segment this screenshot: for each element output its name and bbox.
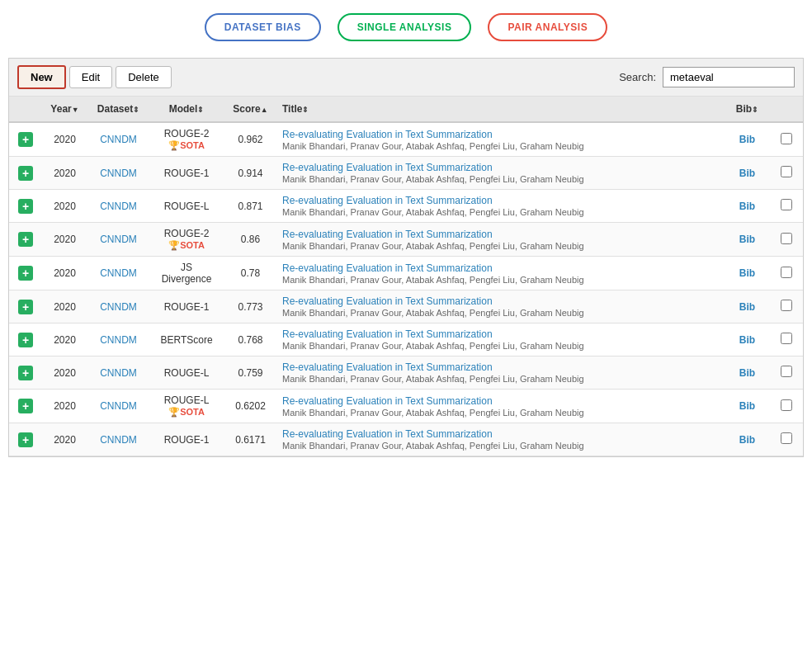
bib-link[interactable]: Bib bbox=[739, 434, 755, 446]
cell-checkbox[interactable] bbox=[770, 257, 803, 290]
title-link[interactable]: Re-evaluating Evaluation in Text Summari… bbox=[282, 195, 493, 206]
cell-checkbox[interactable] bbox=[770, 423, 803, 456]
cell-checkbox[interactable] bbox=[770, 157, 803, 190]
col-header-model[interactable]: Model ⇕ bbox=[149, 97, 224, 122]
cell-bib[interactable]: Bib bbox=[725, 223, 770, 257]
cell-checkbox[interactable] bbox=[770, 190, 803, 223]
add-row-button[interactable]: + bbox=[18, 366, 33, 380]
row-checkbox[interactable] bbox=[781, 399, 792, 411]
cell-bib[interactable]: Bib bbox=[725, 122, 770, 157]
bib-link[interactable]: Bib bbox=[739, 168, 755, 179]
title-link[interactable]: Re-evaluating Evaluation in Text Summari… bbox=[282, 162, 493, 173]
bib-link[interactable]: Bib bbox=[739, 134, 755, 145]
edit-button[interactable]: Edit bbox=[69, 66, 112, 88]
title-link[interactable]: Re-evaluating Evaluation in Text Summari… bbox=[282, 395, 493, 407]
cell-bib[interactable]: Bib bbox=[725, 324, 770, 357]
cell-title[interactable]: Re-evaluating Evaluation in Text Summari… bbox=[277, 157, 725, 190]
nav-btn-single-analysis[interactable]: SINGLE ANALYSIS bbox=[338, 13, 472, 41]
row-checkbox[interactable] bbox=[781, 300, 792, 311]
cell-dataset[interactable]: CNNDM bbox=[87, 122, 149, 157]
add-row-button[interactable]: + bbox=[18, 199, 33, 214]
row-checkbox[interactable] bbox=[781, 133, 792, 144]
cell-bib[interactable]: Bib bbox=[725, 157, 770, 190]
add-row-button[interactable]: + bbox=[18, 399, 33, 413]
col-header-year[interactable]: Year ▼ bbox=[42, 97, 87, 122]
title-link[interactable]: Re-evaluating Evaluation in Text Summari… bbox=[282, 129, 493, 140]
bib-link[interactable]: Bib bbox=[739, 201, 755, 212]
row-checkbox[interactable] bbox=[781, 199, 792, 210]
title-link[interactable]: Re-evaluating Evaluation in Text Summari… bbox=[282, 328, 493, 340]
main-container: New Edit Delete Search: Year ▼Dataset ⇕M… bbox=[8, 58, 804, 457]
row-checkbox[interactable] bbox=[781, 166, 792, 177]
bib-link[interactable]: Bib bbox=[739, 400, 755, 412]
cell-bib[interactable]: Bib bbox=[725, 390, 770, 423]
cell-dataset[interactable]: CNNDM bbox=[87, 190, 149, 223]
new-button[interactable]: New bbox=[17, 65, 66, 89]
bib-link[interactable]: Bib bbox=[739, 234, 755, 245]
col-header-score[interactable]: Score ▲ bbox=[224, 97, 277, 122]
cell-dataset[interactable]: CNNDM bbox=[87, 223, 149, 257]
cell-dataset[interactable]: CNNDM bbox=[87, 324, 149, 357]
cell-title[interactable]: Re-evaluating Evaluation in Text Summari… bbox=[277, 390, 725, 423]
cell-bib[interactable]: Bib bbox=[725, 190, 770, 223]
cell-checkbox[interactable] bbox=[770, 324, 803, 357]
cell-dataset[interactable]: CNNDM bbox=[87, 257, 149, 290]
add-row-button[interactable]: + bbox=[18, 132, 33, 147]
row-checkbox[interactable] bbox=[781, 432, 792, 444]
bib-link[interactable]: Bib bbox=[739, 334, 755, 346]
cell-title[interactable]: Re-evaluating Evaluation in Text Summari… bbox=[277, 357, 725, 390]
cell-title[interactable]: Re-evaluating Evaluation in Text Summari… bbox=[277, 122, 725, 157]
cell-bib[interactable]: Bib bbox=[725, 290, 770, 324]
row-checkbox[interactable] bbox=[781, 366, 792, 377]
sota-badge: 🏆SOTA bbox=[168, 140, 205, 151]
title-authors: Manik Bhandari, Pranav Gour, Atabak Ashf… bbox=[282, 441, 720, 451]
title-link[interactable]: Re-evaluating Evaluation in Text Summari… bbox=[282, 361, 493, 373]
nav-btn-dataset-bias[interactable]: DATASET BIAS bbox=[205, 13, 321, 41]
cell-dataset[interactable]: CNNDM bbox=[87, 290, 149, 324]
add-row-button[interactable]: + bbox=[18, 300, 33, 314]
cell-year: 2020 bbox=[42, 324, 87, 357]
cell-title[interactable]: Re-evaluating Evaluation in Text Summari… bbox=[277, 190, 725, 223]
cell-title[interactable]: Re-evaluating Evaluation in Text Summari… bbox=[277, 257, 725, 290]
cell-checkbox[interactable] bbox=[770, 290, 803, 324]
cell-bib[interactable]: Bib bbox=[725, 357, 770, 390]
results-table: Year ▼Dataset ⇕Model ⇕Score ▲Title ⇕Bib … bbox=[9, 97, 803, 456]
add-row-button[interactable]: + bbox=[18, 166, 33, 181]
row-checkbox[interactable] bbox=[781, 233, 792, 244]
title-link[interactable]: Re-evaluating Evaluation in Text Summari… bbox=[282, 428, 493, 440]
cell-title[interactable]: Re-evaluating Evaluation in Text Summari… bbox=[277, 223, 725, 257]
cell-bib[interactable]: Bib bbox=[725, 423, 770, 456]
search-input[interactable] bbox=[663, 67, 795, 87]
col-header-bib[interactable]: Bib ⇕ bbox=[725, 97, 770, 122]
cell-dataset[interactable]: CNNDM bbox=[87, 157, 149, 190]
cell-model: ROUGE-1 bbox=[149, 157, 224, 190]
add-row-button[interactable]: + bbox=[18, 432, 33, 447]
add-row-button[interactable]: + bbox=[18, 232, 33, 247]
bib-link[interactable]: Bib bbox=[739, 267, 755, 279]
cell-checkbox[interactable] bbox=[770, 122, 803, 157]
title-link[interactable]: Re-evaluating Evaluation in Text Summari… bbox=[282, 229, 493, 240]
add-row-button[interactable]: + bbox=[18, 333, 33, 347]
cell-bib[interactable]: Bib bbox=[725, 257, 770, 290]
cell-dataset[interactable]: CNNDM bbox=[87, 357, 149, 390]
title-link[interactable]: Re-evaluating Evaluation in Text Summari… bbox=[282, 262, 493, 274]
title-link[interactable]: Re-evaluating Evaluation in Text Summari… bbox=[282, 295, 493, 307]
row-checkbox[interactable] bbox=[781, 267, 792, 278]
bib-link[interactable]: Bib bbox=[739, 367, 755, 379]
nav-btn-pair-analysis[interactable]: PAIR ANALYSIS bbox=[488, 13, 607, 41]
cell-title[interactable]: Re-evaluating Evaluation in Text Summari… bbox=[277, 423, 725, 456]
cell-title[interactable]: Re-evaluating Evaluation in Text Summari… bbox=[277, 290, 725, 324]
cell-dataset[interactable]: CNNDM bbox=[87, 423, 149, 456]
cell-checkbox[interactable] bbox=[770, 357, 803, 390]
delete-button[interactable]: Delete bbox=[116, 66, 172, 88]
bib-link[interactable]: Bib bbox=[739, 301, 755, 313]
cell-title[interactable]: Re-evaluating Evaluation in Text Summari… bbox=[277, 324, 725, 357]
table-row: +2020CNNDMBERTScore0.768Re-evaluating Ev… bbox=[9, 324, 803, 357]
cell-checkbox[interactable] bbox=[770, 223, 803, 257]
row-checkbox[interactable] bbox=[781, 333, 792, 344]
add-row-button[interactable]: + bbox=[18, 266, 33, 281]
col-header-title[interactable]: Title ⇕ bbox=[277, 97, 725, 122]
col-header-dataset[interactable]: Dataset ⇕ bbox=[87, 97, 149, 122]
cell-checkbox[interactable] bbox=[770, 390, 803, 423]
cell-dataset[interactable]: CNNDM bbox=[87, 390, 149, 423]
